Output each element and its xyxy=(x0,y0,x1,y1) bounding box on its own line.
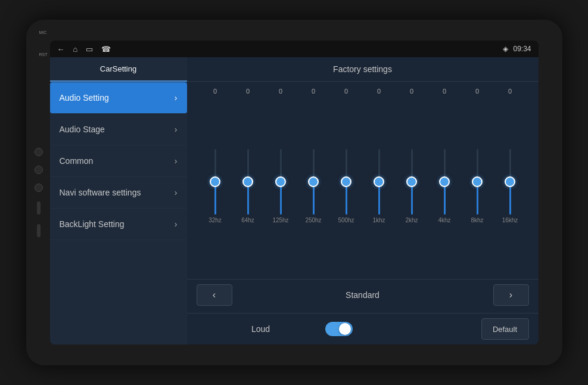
eq-track-9[interactable] xyxy=(509,149,511,215)
default-button[interactable]: Default xyxy=(481,318,529,340)
eq-thumb-7[interactable] xyxy=(439,176,450,187)
sidebar-menu: Audio Setting › Audio Stage › Common › N… xyxy=(50,82,187,344)
eq-val-1: 0 xyxy=(236,88,260,95)
home-nav-icon[interactable]: ⌂ xyxy=(73,45,78,54)
eq-label-6: 2khz xyxy=(405,217,418,223)
eq-val-7: 0 xyxy=(433,88,456,95)
eq-label-3: 250hz xyxy=(305,217,321,223)
eq-band-0: 32hz xyxy=(203,149,227,223)
phone-nav-icon[interactable]: ☎ xyxy=(101,45,111,54)
eq-track-0[interactable] xyxy=(214,149,216,215)
eq-thumb-4[interactable] xyxy=(341,176,351,187)
preset-prev-button[interactable]: ‹ xyxy=(197,284,232,306)
eq-thumb-6[interactable] xyxy=(406,176,417,187)
loud-label: Loud xyxy=(197,324,325,334)
eq-val-2: 0 xyxy=(269,88,293,95)
tab-carsetting[interactable]: CarSetting xyxy=(50,57,187,82)
mic-label: MIC xyxy=(39,30,47,35)
eq-val-3: 0 xyxy=(301,88,325,95)
eq-val-6: 0 xyxy=(400,88,424,95)
eq-val-8: 0 xyxy=(465,88,489,95)
vol-up-button[interactable] xyxy=(37,201,41,215)
eq-track-4[interactable] xyxy=(346,149,347,215)
eq-track-1[interactable] xyxy=(247,149,249,215)
eq-label-5: 1khz xyxy=(372,217,385,223)
chevron-right-icon: › xyxy=(175,156,178,166)
menu-item-navi-software[interactable]: Navi software settings › xyxy=(50,177,187,209)
eq-band-4: 500hz xyxy=(334,149,358,223)
device-body: MIC RST ← ⌂ ▭ ☎ ◈ 09:34 xyxy=(26,20,562,365)
status-bar: ← ⌂ ▭ ☎ ◈ 09:34 xyxy=(50,41,539,57)
side-buttons xyxy=(35,148,43,237)
eq-thumb-9[interactable] xyxy=(505,176,515,187)
clock: 09:34 xyxy=(513,45,531,53)
eq-label-8: 8khz xyxy=(471,217,483,223)
eq-band-5: 1khz xyxy=(367,149,391,223)
eq-thumb-5[interactable] xyxy=(374,176,384,187)
eq-label-0: 32hz xyxy=(209,217,222,223)
home-button[interactable] xyxy=(35,166,43,174)
eq-track-3[interactable] xyxy=(313,149,315,215)
eq-val-5: 0 xyxy=(367,88,391,95)
eq-label-1: 64hz xyxy=(241,217,254,223)
eq-thumb-0[interactable] xyxy=(210,176,220,187)
eq-sliders: 32hz64hz125hz250hz500hz1khz2khz4khz8khz1… xyxy=(197,100,529,273)
toggle-knob xyxy=(339,323,351,335)
chevron-right-icon: › xyxy=(175,188,178,197)
menu-item-audio-stage[interactable]: Audio Stage › xyxy=(50,114,187,145)
eq-band-3: 250hz xyxy=(301,149,325,223)
vol-down-button[interactable] xyxy=(37,224,41,237)
sidebar: CarSetting Audio Setting › Audio Stage ›… xyxy=(50,57,187,344)
eq-values-row: 0 0 0 0 0 0 0 0 0 0 xyxy=(197,88,529,95)
eq-label-9: 16khz xyxy=(502,217,518,223)
eq-band-1: 64hz xyxy=(236,149,260,223)
eq-label-4: 500hz xyxy=(338,217,354,223)
eq-band-9: 16khz xyxy=(498,149,522,223)
recent-nav-icon[interactable]: ▭ xyxy=(86,45,93,54)
eq-val-9: 0 xyxy=(498,88,522,95)
eq-thumb-2[interactable] xyxy=(275,176,286,187)
eq-band-2: 125hz xyxy=(269,149,293,223)
preset-label: Standard xyxy=(232,290,493,300)
back-button[interactable] xyxy=(35,184,43,192)
loud-toggle[interactable] xyxy=(325,322,353,336)
rst-label: RST xyxy=(39,52,48,57)
equalizer: 0 0 0 0 0 0 0 0 0 0 32hz64hz125hz250hz50… xyxy=(187,82,539,279)
main-content: CarSetting Audio Setting › Audio Stage ›… xyxy=(50,57,539,344)
status-right: ◈ 09:34 xyxy=(503,45,531,53)
screen: ← ⌂ ▭ ☎ ◈ 09:34 CarSetting xyxy=(50,41,539,344)
power-button[interactable] xyxy=(35,148,43,156)
sidebar-header: CarSetting xyxy=(50,57,187,82)
eq-label-7: 4khz xyxy=(438,217,450,223)
menu-item-common[interactable]: Common › xyxy=(50,145,187,177)
panel-header: Factory settings xyxy=(187,57,539,82)
menu-item-backlight[interactable]: BackLight Setting › xyxy=(50,209,187,240)
eq-track-7[interactable] xyxy=(444,149,446,215)
eq-band-8: 8khz xyxy=(465,149,489,223)
location-icon: ◈ xyxy=(503,45,508,53)
eq-track-8[interactable] xyxy=(477,149,478,215)
eq-label-2: 125hz xyxy=(272,217,288,223)
chevron-right-icon: › xyxy=(175,93,178,103)
chevron-right-icon: › xyxy=(175,125,178,134)
eq-band-6: 2khz xyxy=(400,149,424,223)
eq-thumb-8[interactable] xyxy=(472,176,483,187)
eq-val-4: 0 xyxy=(334,88,358,95)
nav-buttons: ← ⌂ ▭ ☎ xyxy=(57,45,111,54)
preset-next-button[interactable]: › xyxy=(493,284,529,306)
eq-track-2[interactable] xyxy=(280,149,282,215)
eq-band-7: 4khz xyxy=(433,149,456,223)
eq-track-5[interactable] xyxy=(378,149,380,215)
chevron-right-icon: › xyxy=(175,219,178,229)
menu-item-audio-setting[interactable]: Audio Setting › xyxy=(50,82,187,114)
eq-thumb-3[interactable] xyxy=(308,176,319,187)
eq-val-0: 0 xyxy=(203,88,227,95)
eq-preset-controls: ‹ Standard › xyxy=(187,279,539,311)
eq-track-6[interactable] xyxy=(411,149,413,215)
loud-row: Loud Default xyxy=(187,313,539,344)
back-nav-icon[interactable]: ← xyxy=(57,45,65,54)
right-panel: Factory settings 0 0 0 0 0 0 0 0 0 0 xyxy=(187,57,539,344)
eq-thumb-1[interactable] xyxy=(242,176,253,187)
